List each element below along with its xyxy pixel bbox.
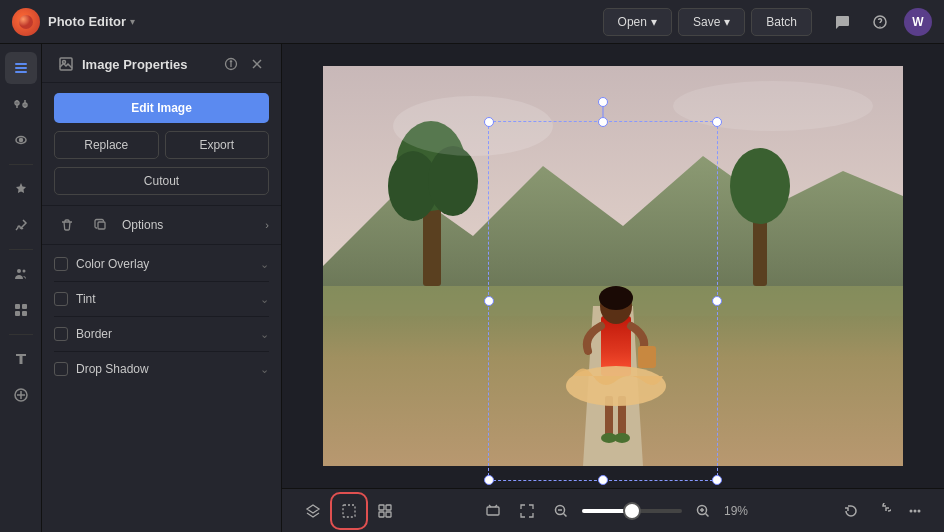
svg-rect-51 <box>343 505 355 517</box>
strip-divider-3 <box>9 334 33 335</box>
handle-bottom-right[interactable] <box>712 475 722 485</box>
edit-image-button[interactable]: Edit Image <box>54 93 269 123</box>
svg-rect-16 <box>22 311 27 316</box>
open-label: Open <box>618 15 647 29</box>
prop-divider-3 <box>54 351 269 352</box>
app-name-group[interactable]: Photo Editor ▾ <box>48 14 135 29</box>
svg-rect-3 <box>15 67 27 69</box>
canvas-viewport[interactable] <box>282 44 944 488</box>
svg-point-0 <box>19 15 33 29</box>
handle-bottom-center[interactable] <box>598 475 608 485</box>
svg-point-11 <box>17 269 21 273</box>
main-area: Image Properties Edit Image Replace Expo… <box>0 44 944 532</box>
strip-layers-icon[interactable] <box>5 52 37 84</box>
zoom-out-button[interactable] <box>548 498 574 524</box>
svg-rect-52 <box>379 505 384 510</box>
svg-point-36 <box>428 146 478 216</box>
property-section: Color Overlay ⌄ Tint ⌄ Border ⌄ Drop Sha… <box>42 245 281 388</box>
svg-point-10 <box>19 139 22 142</box>
fit-screen-button[interactable] <box>514 498 540 524</box>
svg-rect-27 <box>98 222 105 229</box>
batch-button[interactable]: Batch <box>751 8 812 36</box>
svg-rect-53 <box>386 505 391 510</box>
panel-image-icon <box>56 54 76 74</box>
bottom-toolbar: 19% <box>282 488 944 532</box>
color-overlay-row[interactable]: Color Overlay ⌄ <box>54 249 269 279</box>
more-options-button[interactable] <box>902 498 928 524</box>
bottom-right-tools <box>838 498 928 524</box>
open-button[interactable]: Open ▾ <box>603 8 672 36</box>
svg-marker-50 <box>307 505 319 513</box>
properties-panel: Image Properties Edit Image Replace Expo… <box>42 44 282 532</box>
app-logo[interactable] <box>12 8 40 36</box>
topbar-actions: Open ▾ Save ▾ Batch <box>603 8 812 36</box>
left-icon-strip <box>0 44 42 532</box>
svg-point-68 <box>918 509 921 512</box>
color-overlay-checkbox[interactable] <box>54 257 68 271</box>
tint-checkbox[interactable] <box>54 292 68 306</box>
svg-rect-13 <box>15 304 20 309</box>
save-button[interactable]: Save ▾ <box>678 8 745 36</box>
trash-icon[interactable] <box>54 212 80 238</box>
options-chevron-icon: › <box>265 219 269 231</box>
fit-width-button[interactable] <box>480 498 506 524</box>
strip-eye-icon[interactable] <box>5 124 37 156</box>
select-tool-button[interactable] <box>334 496 364 526</box>
zoom-in-button[interactable] <box>690 498 716 524</box>
svg-point-42 <box>614 433 630 443</box>
svg-rect-55 <box>386 512 391 517</box>
color-overlay-label: Color Overlay <box>76 257 252 271</box>
prop-divider-1 <box>54 281 269 282</box>
tint-chevron-icon: ⌄ <box>260 293 269 306</box>
drop-shadow-row[interactable]: Drop Shadow ⌄ <box>54 354 269 384</box>
app-chevron-icon: ▾ <box>130 16 135 27</box>
user-avatar[interactable]: W <box>904 8 932 36</box>
strip-people-icon[interactable] <box>5 258 37 290</box>
bottom-left-tools <box>298 496 400 526</box>
options-label: Options <box>122 218 257 232</box>
grid-tool-button[interactable] <box>370 496 400 526</box>
svg-rect-47 <box>638 346 656 368</box>
replace-button[interactable]: Replace <box>54 131 159 159</box>
svg-point-46 <box>599 286 633 310</box>
handle-bottom-left[interactable] <box>484 475 494 485</box>
svg-rect-2 <box>15 63 27 65</box>
chat-button[interactable] <box>828 8 856 36</box>
layers-tool-button[interactable] <box>298 496 328 526</box>
app-name: Photo Editor <box>48 14 126 29</box>
strip-adjustments-icon[interactable] <box>5 88 37 120</box>
zoom-slider-thumb <box>625 504 639 518</box>
tint-label: Tint <box>76 292 252 306</box>
drop-shadow-chevron-icon: ⌄ <box>260 363 269 376</box>
strip-effects-icon[interactable] <box>5 173 37 205</box>
strip-grid-icon[interactable] <box>5 294 37 326</box>
panel-header: Image Properties <box>42 44 281 83</box>
close-icon[interactable] <box>247 54 267 74</box>
drop-shadow-checkbox[interactable] <box>54 362 68 376</box>
undo-button[interactable] <box>838 498 864 524</box>
strip-divider-2 <box>9 249 33 250</box>
redo-button[interactable] <box>870 498 896 524</box>
help-button[interactable] <box>866 8 894 36</box>
cutout-button[interactable]: Cutout <box>54 167 269 195</box>
svg-point-38 <box>730 148 790 224</box>
topbar-right: W <box>828 8 932 36</box>
svg-point-12 <box>22 270 25 273</box>
border-chevron-icon: ⌄ <box>260 328 269 341</box>
replace-export-row: Replace Export <box>54 131 269 159</box>
open-chevron-icon: ▾ <box>651 15 657 29</box>
prop-divider-2 <box>54 316 269 317</box>
svg-rect-54 <box>379 512 384 517</box>
border-row[interactable]: Border ⌄ <box>54 319 269 349</box>
strip-brush-icon[interactable] <box>5 209 37 241</box>
export-button[interactable]: Export <box>165 131 270 159</box>
strip-media-icon[interactable] <box>5 379 37 411</box>
drop-shadow-label: Drop Shadow <box>76 362 252 376</box>
border-checkbox[interactable] <box>54 327 68 341</box>
info-icon[interactable] <box>221 54 241 74</box>
strip-text-icon[interactable] <box>5 343 37 375</box>
svg-rect-4 <box>15 71 27 73</box>
tint-row[interactable]: Tint ⌄ <box>54 284 269 314</box>
duplicate-icon[interactable] <box>88 212 114 238</box>
zoom-slider[interactable] <box>582 509 682 513</box>
